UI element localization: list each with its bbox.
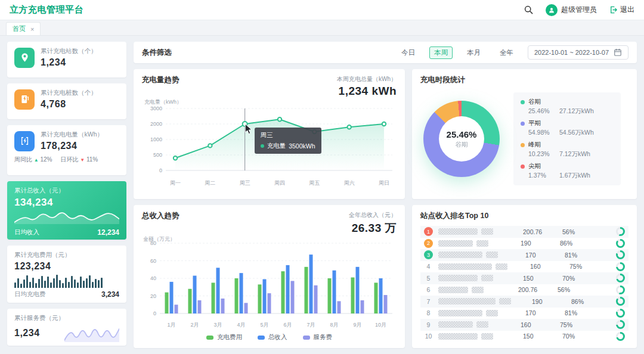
svg-text:60: 60 bbox=[150, 258, 156, 264]
avatar bbox=[546, 4, 558, 16]
svg-text:6月: 6月 bbox=[283, 322, 292, 328]
site-revenue: 190 bbox=[521, 240, 554, 247]
legend-marker-icon bbox=[303, 336, 310, 340]
site-percent: 56% bbox=[558, 286, 581, 293]
site-percent: 81% bbox=[565, 309, 589, 316]
logout-button[interactable]: 退出 bbox=[609, 5, 634, 15]
stat-card-charge-fee[interactable]: 累计充电费用（元） 123,234 日均充电费 3,234 bbox=[7, 246, 126, 303]
site-percent: 81% bbox=[565, 251, 589, 259]
site-name-redacted bbox=[486, 310, 498, 316]
sub-value: 3,234 bbox=[101, 290, 119, 299]
progress-ring bbox=[616, 332, 625, 341]
site-revenue: 150 bbox=[523, 333, 556, 340]
date-range-picker[interactable]: 2022-10-01 ~ 2022-10-07 bbox=[528, 45, 628, 60]
year-total-label: 全年总收入（元） bbox=[349, 211, 397, 219]
svg-text:周二: 周二 bbox=[205, 180, 215, 186]
svg-text:周日: 周日 bbox=[379, 180, 389, 186]
site-name-redacted bbox=[486, 251, 498, 258]
svg-text:2000: 2000 bbox=[150, 121, 162, 127]
rank-badge: 3 bbox=[424, 250, 433, 259]
legend-item: 谷期25.46%27.12万kWh bbox=[521, 98, 614, 116]
rank-row: 6200.7656% bbox=[420, 284, 628, 296]
site-revenue: 200.76 bbox=[523, 228, 556, 235]
stat-label: 累计充电桩数（个） bbox=[41, 89, 97, 97]
filter-bar: 条件筛选 今日 本周 本月 全年 2022-10-01 ~ 2022-10-07 bbox=[134, 42, 637, 63]
filter-this-week[interactable]: 本周 bbox=[429, 46, 453, 59]
svg-text:5月: 5月 bbox=[260, 322, 268, 328]
filter-this-month[interactable]: 本月 bbox=[462, 46, 485, 59]
charge-period-panel: 充电时段统计 25.46% 谷期 谷期25.46%27.12万kWh平期54.9… bbox=[412, 69, 637, 199]
site-percent: 75% bbox=[560, 321, 584, 328]
svg-text:10月: 10月 bbox=[375, 322, 386, 328]
stat-deltas: 周同比 ▲ 12% 日环比 ▼ 11% bbox=[14, 156, 119, 164]
stat-card-total-income[interactable]: 累计总收入（元） 134,234 日均收入 12,234 bbox=[7, 181, 126, 240]
filter-today[interactable]: 今日 bbox=[397, 46, 420, 59]
revenue-bar-chart[interactable]: 020406080金额（万元）1月2月3月4月5月6月7月8月9月10月 bbox=[142, 236, 397, 332]
stat-card-energy[interactable]: 累计充电电量（kWh） 178,234 周同比 ▲ 12% 日环比 ▼ 11% bbox=[7, 125, 126, 175]
tab-bar: 首页 × bbox=[0, 20, 644, 36]
stat-card-piles[interactable]: 累计充电桩数（个） 4,768 bbox=[7, 83, 126, 119]
legend-item: 尖期1.37%1.67万kWh bbox=[521, 162, 614, 180]
logout-label: 退出 bbox=[620, 5, 634, 15]
legend-item[interactable]: 充电费用 bbox=[206, 333, 242, 341]
site-name-redacted bbox=[438, 333, 478, 340]
svg-text:0: 0 bbox=[159, 167, 162, 173]
site-name-redacted bbox=[438, 240, 473, 247]
legend-item[interactable]: 总收入 bbox=[258, 333, 287, 341]
user-menu[interactable]: 超级管理员 bbox=[546, 4, 597, 16]
line-chart-svg: 0500100020003000充电量（kWh）周一周二周三周四周五周六周日 bbox=[142, 99, 397, 187]
site-revenue: 170 bbox=[525, 251, 559, 259]
svg-text:1月: 1月 bbox=[167, 322, 175, 328]
rank-number: 4 bbox=[424, 262, 433, 271]
filter-title: 条件筛选 bbox=[142, 48, 172, 58]
svg-text:3月: 3月 bbox=[213, 322, 222, 328]
stat-value: 134,234 bbox=[14, 197, 119, 209]
rank-row: 817081% bbox=[420, 308, 628, 319]
legend-marker-icon bbox=[206, 336, 213, 340]
svg-text:7月: 7月 bbox=[306, 322, 315, 328]
panel-title: 站点收入排名Top 10 bbox=[420, 211, 488, 221]
station-pin-icon bbox=[14, 48, 35, 68]
site-percent: 70% bbox=[562, 333, 586, 340]
charge-trend-panel: 充电量趋势 本周充电总量（kWh） 1,234 kWh 周三 充电量3500kW… bbox=[134, 69, 405, 199]
tab-close-icon[interactable]: × bbox=[30, 26, 34, 33]
progress-ring bbox=[616, 250, 625, 259]
date-range-value: 2022-10-01 ~ 2022-10-07 bbox=[534, 49, 609, 56]
search-icon[interactable] bbox=[524, 5, 534, 15]
site-name-redacted bbox=[438, 298, 496, 305]
site-revenue: 170 bbox=[525, 309, 559, 316]
up-triangle-icon: ▲ bbox=[34, 157, 39, 163]
site-revenue: 160 bbox=[530, 263, 564, 270]
week-total-value: 1,234 kWh bbox=[337, 85, 397, 98]
svg-text:2月: 2月 bbox=[190, 322, 199, 328]
svg-text:20: 20 bbox=[150, 293, 156, 299]
site-percent: 86% bbox=[571, 298, 595, 305]
bar-chart-legend: 充电费用总收入服务费 bbox=[142, 333, 397, 341]
donut-legend: 谷期25.46%27.12万kWh平期54.98%54.56万kWh峰期10.2… bbox=[513, 92, 621, 185]
filter-this-year[interactable]: 全年 bbox=[495, 46, 518, 59]
tab-home[interactable]: 首页 × bbox=[6, 22, 41, 35]
rank-row: 416075% bbox=[420, 261, 628, 273]
stat-card-stations[interactable]: 累计充电站数（个） 1,234 bbox=[7, 42, 126, 77]
period-donut-chart[interactable]: 25.46% 谷期 bbox=[423, 101, 500, 177]
tab-home-label: 首页 bbox=[13, 24, 26, 33]
legend-item: 峰期10.23%7.12万kWh bbox=[521, 141, 614, 159]
charge-trend-chart[interactable]: 周三 充电量3500kWh 0500100020003000充电量（kWh）周一… bbox=[142, 99, 397, 189]
rank-badge: 2 bbox=[424, 239, 433, 248]
site-revenue: 160 bbox=[521, 321, 554, 328]
fee-bars-sparkline bbox=[14, 275, 119, 288]
stat-card-service-fee[interactable]: 累计服务费（元） 1,234 bbox=[7, 309, 126, 346]
user-name: 超级管理员 bbox=[561, 5, 597, 15]
panel-title: 充电时段统计 bbox=[420, 75, 465, 85]
legend-dot-icon bbox=[521, 143, 525, 147]
site-name-redacted bbox=[499, 298, 511, 305]
rank-number: 10 bbox=[424, 332, 433, 341]
sub-label: 日均收入 bbox=[14, 228, 39, 237]
legend-item[interactable]: 服务费 bbox=[303, 333, 333, 341]
site-name-redacted bbox=[438, 251, 482, 258]
logout-icon bbox=[609, 5, 618, 14]
svg-text:周五: 周五 bbox=[309, 180, 320, 186]
week-total-label: 本周充电总量（kWh） bbox=[337, 75, 397, 83]
stat-label: 累计服务费（元） bbox=[14, 314, 119, 322]
svg-text:500: 500 bbox=[153, 152, 162, 158]
